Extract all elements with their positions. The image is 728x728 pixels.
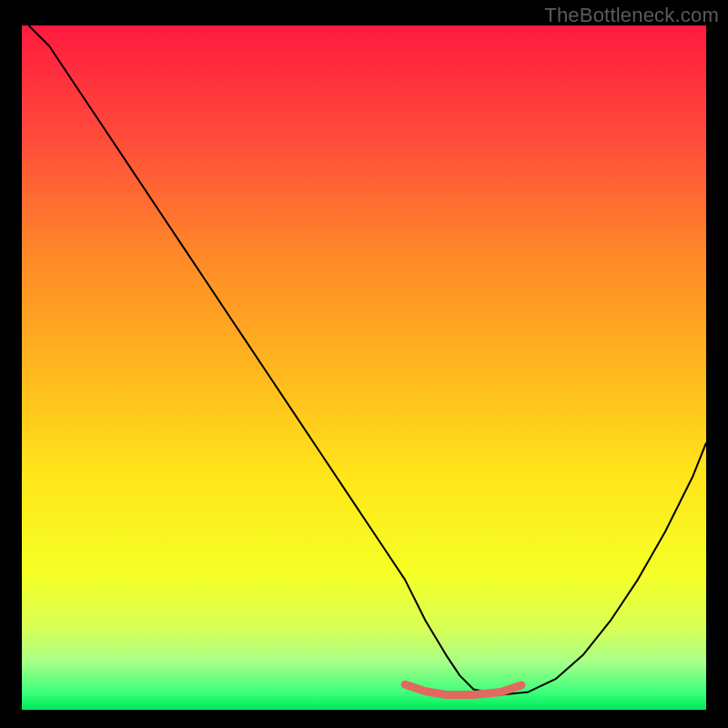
chart-plot-area bbox=[22, 25, 706, 710]
watermark-text: TheBottleneck.com bbox=[544, 4, 719, 27]
chart-svg bbox=[22, 25, 706, 710]
chart-frame: TheBottleneck.com bbox=[0, 0, 728, 728]
chart-background bbox=[22, 25, 706, 710]
